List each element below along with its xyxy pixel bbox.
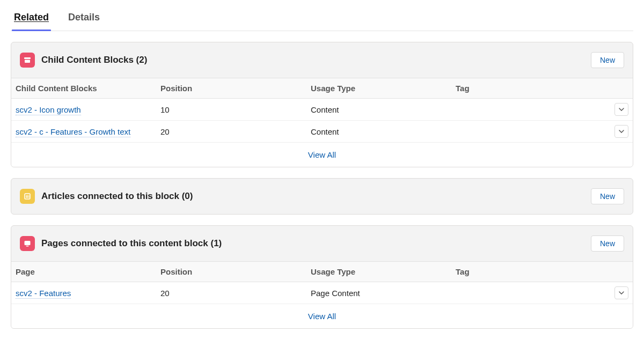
- table-row: scv2 - c - Features - Growth text 20 Con…: [11, 121, 633, 142]
- panel-title: Pages connected to this content block (1…: [41, 238, 584, 249]
- tabs: Related Details: [11, 8, 633, 31]
- chevron-down-icon: [619, 108, 624, 111]
- column-header: Tag: [456, 267, 607, 276]
- new-button[interactable]: New: [591, 235, 624, 252]
- svg-rect-4: [27, 195, 28, 198]
- view-all-link[interactable]: View All: [308, 150, 336, 159]
- record-link[interactable]: scv2 - Icon growth: [16, 105, 81, 115]
- tab-related[interactable]: Related: [14, 8, 49, 31]
- cell-position: 20: [160, 289, 311, 298]
- panel-pages: Pages connected to this content block (1…: [11, 225, 633, 329]
- chevron-down-icon: [619, 291, 624, 294]
- svg-rect-1: [25, 60, 30, 63]
- row-actions-menu[interactable]: [614, 103, 628, 116]
- panel-title: Articles connected to this block (0): [41, 191, 584, 202]
- svg-rect-5: [29, 195, 30, 198]
- cell-usage: Content: [311, 105, 456, 114]
- panel-child-content-blocks: Child Content Blocks (2) New Child Conte…: [11, 42, 633, 167]
- column-header: Usage Type: [311, 267, 456, 276]
- panel-articles: Articles connected to this block (0) New: [11, 178, 633, 215]
- row-actions-menu[interactable]: [614, 286, 628, 299]
- new-button[interactable]: New: [591, 52, 624, 68]
- panel-title: Child Content Blocks (2): [41, 55, 584, 65]
- column-header: Tag: [456, 84, 607, 93]
- column-header: Usage Type: [311, 84, 456, 93]
- archive-box-icon: [20, 53, 35, 68]
- cell-usage: Content: [311, 127, 456, 136]
- new-button[interactable]: New: [591, 188, 624, 204]
- column-header: Page: [16, 267, 160, 276]
- svg-rect-6: [25, 241, 31, 245]
- cell-usage: Page Content: [311, 289, 456, 298]
- table-row: scv2 - Icon growth 10 Content: [11, 99, 633, 121]
- column-header: Child Content Blocks: [16, 84, 160, 93]
- svg-rect-0: [24, 57, 31, 59]
- articles-icon: [20, 189, 35, 204]
- column-header: Position: [160, 84, 311, 93]
- cell-position: 10: [160, 105, 311, 114]
- tab-details[interactable]: Details: [68, 8, 100, 31]
- chevron-down-icon: [619, 130, 624, 133]
- record-link[interactable]: scv2 - c - Features - Growth text: [16, 127, 130, 137]
- row-actions-menu[interactable]: [614, 125, 628, 138]
- cell-position: 20: [160, 127, 311, 136]
- svg-rect-3: [26, 195, 27, 198]
- view-all-link[interactable]: View All: [308, 312, 336, 321]
- table-row: scv2 - Features 20 Page Content: [11, 282, 633, 304]
- svg-rect-7: [26, 246, 29, 247]
- monitor-icon: [20, 236, 35, 251]
- record-link[interactable]: scv2 - Features: [16, 289, 71, 299]
- column-header: Position: [160, 267, 311, 276]
